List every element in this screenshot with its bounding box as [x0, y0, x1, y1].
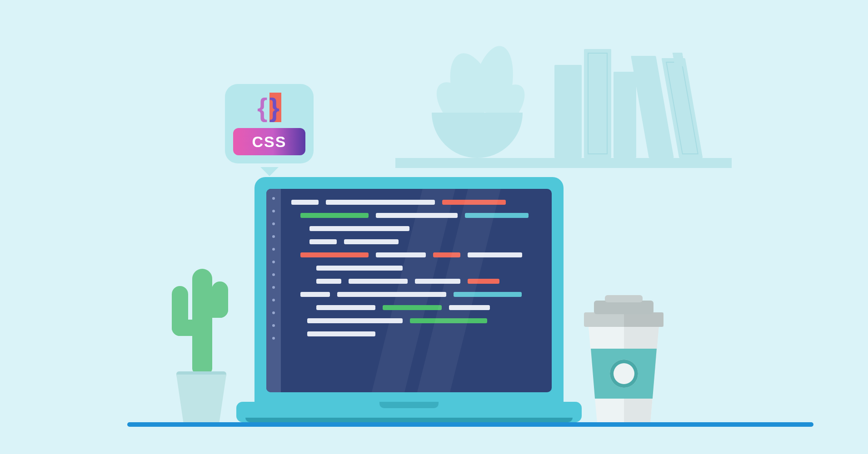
code-segment: [326, 200, 435, 205]
cup-sleeve: [589, 349, 658, 399]
gutter-dot: [272, 337, 275, 340]
code-row: [291, 318, 540, 323]
bookshelf-group: [395, 27, 732, 168]
code-row: [291, 213, 540, 218]
code-row: [291, 252, 540, 257]
gutter-dot: [272, 261, 275, 263]
code-segment: [307, 318, 403, 323]
book-icon: [584, 49, 611, 158]
laptop-base-shadow: [245, 418, 573, 422]
code-segment: [344, 239, 399, 244]
gutter-dot: [272, 248, 275, 251]
gutter-dot: [272, 324, 275, 327]
cup-lid: [605, 295, 643, 302]
code-segment: [300, 213, 369, 218]
cup-lid: [594, 301, 653, 314]
cup-logo-icon: [610, 360, 638, 388]
book-icon: [614, 72, 636, 158]
code-segment: [291, 200, 319, 205]
cactus-arm: [172, 286, 188, 336]
code-segment: [442, 200, 506, 205]
book-icon: [554, 65, 582, 158]
code-row: [291, 292, 540, 297]
coffee-cup-icon: [584, 295, 663, 422]
code-segment: [433, 252, 460, 257]
code-segment: [307, 331, 375, 336]
code-segment: [449, 305, 490, 310]
illustration-scene: {} CSS: [0, 0, 868, 454]
css-badge: CSS: [233, 128, 305, 155]
code-segment: [337, 292, 446, 297]
gutter-dot: [272, 197, 275, 200]
brace-right: }: [269, 93, 282, 122]
laptop-icon: [254, 177, 564, 422]
cactus-arm: [212, 281, 228, 318]
code-segment: [465, 213, 529, 218]
code-segment: [316, 266, 403, 271]
code-lines: [291, 200, 540, 336]
code-row: [291, 331, 540, 336]
code-segment: [376, 252, 426, 257]
laptop-bezel: [254, 177, 564, 404]
code-row: [291, 279, 540, 284]
gutter-dot: [272, 273, 275, 276]
code-segment: [376, 213, 458, 218]
code-segment: [468, 252, 522, 257]
cactus-pot: [176, 375, 226, 422]
code-row: [291, 200, 540, 205]
code-row: [291, 266, 540, 271]
gutter-dot: [272, 286, 275, 289]
code-segment: [415, 279, 460, 284]
gutter-dot: [272, 311, 275, 314]
desk-line: [127, 422, 813, 427]
code-segment: [309, 226, 409, 231]
code-segment: [383, 305, 442, 310]
code-segment: [454, 292, 522, 297]
code-row: [291, 226, 540, 231]
gutter-dot: [272, 299, 275, 301]
code-gutter: [266, 189, 281, 392]
gutter-dot: [272, 235, 275, 238]
code-segment: [410, 318, 487, 323]
css-speech-bubble: {} CSS: [225, 84, 314, 163]
code-row: [291, 239, 540, 244]
laptop-screen: [266, 189, 552, 392]
code-segment: [300, 252, 369, 257]
curly-braces-icon: {}: [225, 92, 314, 123]
brace-left: {: [257, 93, 269, 122]
shelf-icon: [395, 158, 732, 168]
code-segment: [300, 292, 330, 297]
gutter-dot: [272, 222, 275, 225]
cup-lid: [584, 312, 663, 327]
code-segment: [349, 279, 408, 284]
code-segment: [316, 279, 341, 284]
cactus-icon: [158, 250, 244, 422]
plant-pot-icon: [432, 113, 523, 158]
code-segment: [468, 279, 499, 284]
code-segment: [316, 305, 375, 310]
code-row: [291, 305, 540, 310]
code-segment: [309, 239, 337, 244]
gutter-dot: [272, 210, 275, 212]
